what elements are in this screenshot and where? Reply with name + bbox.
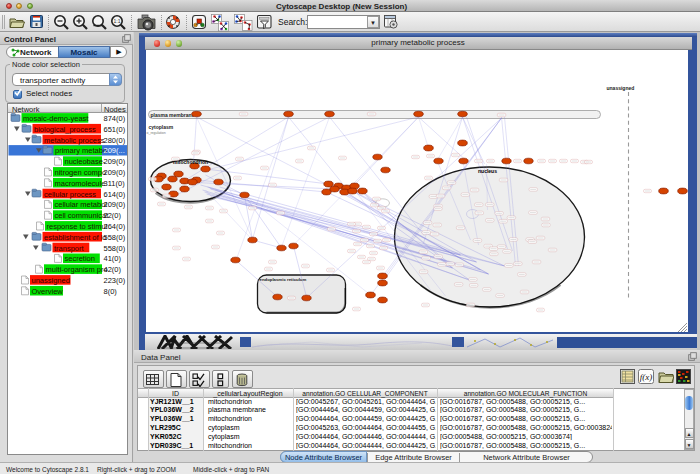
svg-text:311(0): 311(0) xyxy=(104,179,126,188)
svg-text:biological_process: biological_process xyxy=(34,125,96,134)
svg-text:mitochondrion: mitochondrion xyxy=(173,159,208,165)
svg-text:plasma membrane: plasma membrane xyxy=(150,112,194,118)
svg-text:280(0): 280(0) xyxy=(104,136,126,145)
svg-text:22(0): 22(0) xyxy=(104,211,122,220)
svg-text:multi-organism pro: multi-organism pro xyxy=(46,265,108,274)
svg-text:209(...: 209(... xyxy=(104,146,125,155)
svg-text:unassigned: unassigned xyxy=(606,85,634,91)
svg-text:209(0): 209(0) xyxy=(104,157,126,166)
svg-text:42(0): 42(0) xyxy=(104,265,122,274)
svg-text:cell communicat: cell communicat xyxy=(55,211,110,220)
svg-text:transport: transport xyxy=(54,244,85,253)
svg-text:209(0): 209(0) xyxy=(104,168,126,177)
svg-text:o_regulation: o_regulation xyxy=(146,131,165,135)
svg-text:f(x): f(x) xyxy=(640,372,653,382)
svg-text:264(0): 264(0) xyxy=(104,222,126,231)
svg-text:Overview: Overview xyxy=(32,287,64,296)
svg-text:unassigned: unassigned xyxy=(32,276,70,285)
svg-text:metabolic process: metabolic process xyxy=(44,136,105,145)
svg-text:874(0): 874(0) xyxy=(104,114,126,123)
svg-text:cellular metabol: cellular metabol xyxy=(55,200,108,209)
svg-text:response to stimul: response to stimul xyxy=(47,222,108,231)
svg-text:223(0): 223(0) xyxy=(104,276,126,285)
svg-text:cellular process: cellular process xyxy=(44,190,96,199)
svg-text:endoplasmic reticulum: endoplasmic reticulum xyxy=(259,277,306,282)
svg-text:614(0): 614(0) xyxy=(104,190,126,199)
svg-text:558(0): 558(0) xyxy=(104,244,126,253)
svg-text:mosaic-demo-yeast: mosaic-demo-yeast xyxy=(23,114,89,123)
svg-text:secretion: secretion xyxy=(65,254,95,263)
svg-text:209(0): 209(0) xyxy=(104,200,126,209)
svg-text:41(0): 41(0) xyxy=(104,254,122,263)
svg-text:nucleus: nucleus xyxy=(478,168,497,174)
svg-text:558(0): 558(0) xyxy=(104,233,126,242)
svg-text:nitrogen compo: nitrogen compo xyxy=(55,168,107,177)
svg-text:cytoplasm: cytoplasm xyxy=(148,124,173,130)
svg-text:nucleobase-: nucleobase- xyxy=(65,157,106,166)
svg-text:establishment of lo: establishment of lo xyxy=(44,233,107,242)
svg-text:8(0): 8(0) xyxy=(104,287,118,296)
svg-text:primary metabo: primary metabo xyxy=(55,146,107,155)
svg-text:651(0): 651(0) xyxy=(104,125,126,134)
svg-text:macromolecule: macromolecule xyxy=(55,179,106,188)
